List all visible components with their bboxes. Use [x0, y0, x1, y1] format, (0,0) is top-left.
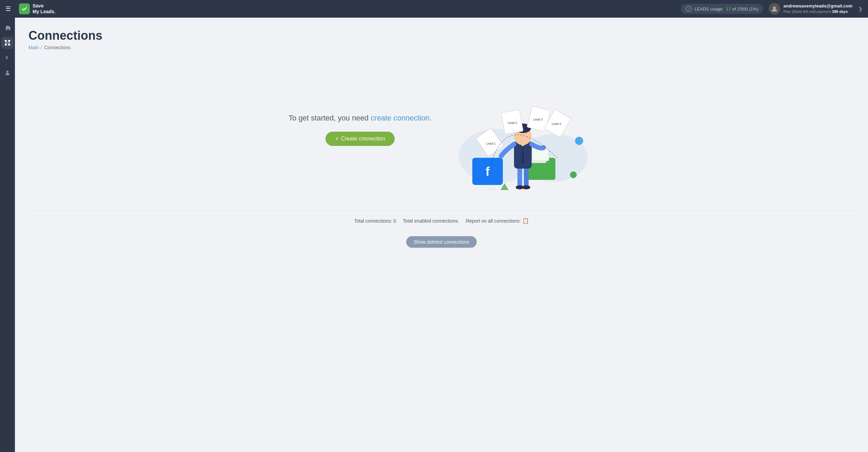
topbar: ☰ Save My Leads. i LEADS usage: 17 of 2'…	[0, 0, 868, 18]
create-btn-icon: +	[335, 136, 338, 142]
leads-total: 2'000	[737, 6, 748, 12]
leads-stats: 17 of 2'000 (1%)	[726, 6, 758, 12]
user-info[interactable]: andrewsavemyleads@gmail.com Plan |Start|…	[769, 3, 863, 15]
sidebar-item-billing[interactable]: $	[1, 52, 14, 64]
page-title: Connections	[28, 29, 854, 43]
create-connection-button[interactable]: + Create connection	[326, 132, 394, 146]
svg-point-39	[575, 137, 583, 145]
create-btn-label: Create connection	[341, 136, 385, 142]
info-icon: i	[686, 6, 692, 12]
leads-usage: i LEADS usage: 17 of 2'000 (1%)	[681, 4, 763, 14]
leads-current: 17	[726, 6, 731, 12]
leads-label: LEADS usage:	[694, 6, 723, 12]
svg-text:f: f	[486, 165, 490, 178]
logo-icon	[19, 3, 30, 14]
svg-rect-4	[5, 44, 7, 46]
svg-point-42	[486, 187, 498, 190]
report-icon[interactable]: 📋	[522, 218, 529, 224]
svg-text:$: $	[5, 55, 8, 60]
breadcrumb-current: Connections	[44, 45, 71, 50]
avatar	[769, 3, 780, 15]
sidebar-item-home[interactable]	[1, 22, 14, 34]
report-label: Report on all connections:	[466, 218, 521, 224]
svg-rect-22	[524, 168, 529, 187]
hero-illustration: f	[452, 68, 594, 190]
sidebar: $	[0, 18, 15, 452]
svg-rect-5	[8, 44, 10, 46]
svg-point-12	[6, 71, 8, 73]
sidebar-item-connections[interactable]	[1, 37, 14, 49]
hero-text: To get started, you need create connecti…	[289, 112, 432, 146]
svg-text:Lead 3: Lead 3	[533, 118, 543, 121]
total-connections-label: Total connections:	[354, 218, 392, 224]
user-plan: Plan |Start| left until payment 388 days	[784, 9, 852, 14]
menu-icon[interactable]: ☰	[5, 5, 11, 13]
hero-section: To get started, you need create connecti…	[28, 61, 854, 204]
total-connections-stat: Total connections: 0	[354, 218, 396, 224]
show-deleted-container: Show deleted connections	[28, 236, 854, 248]
user-email: andrewsavemyleads@gmail.com	[784, 3, 852, 9]
sidebar-item-profile[interactable]	[1, 67, 14, 79]
hero-description: To get started, you need create connecti…	[289, 112, 432, 124]
leads-pct: (1%)	[749, 6, 758, 12]
breadcrumb: Main / Connections	[28, 45, 854, 50]
svg-rect-21	[517, 168, 522, 187]
user-days: 388 days	[832, 10, 848, 14]
svg-text:Lead 1: Lead 1	[486, 142, 496, 145]
chevron-down-icon: ❯	[859, 6, 863, 12]
svg-rect-3	[8, 40, 10, 42]
total-enabled-label: Total enabled connections:	[403, 218, 459, 224]
show-deleted-button[interactable]: Show deleted connections	[406, 236, 476, 248]
svg-point-40	[570, 171, 577, 178]
create-connection-link[interactable]: create connection	[371, 114, 430, 122]
total-enabled-stat: Total enabled connections:	[403, 218, 459, 224]
breadcrumb-separator: /	[41, 45, 42, 50]
svg-point-24	[522, 185, 530, 189]
svg-rect-2	[5, 40, 7, 42]
breadcrumb-main[interactable]: Main	[28, 45, 39, 50]
total-connections-value: 0	[393, 218, 396, 224]
report-stat: Report on all connections: 📋	[466, 218, 529, 224]
stats-bar: Total connections: 0 Total enabled conne…	[28, 210, 854, 231]
logo: Save My Leads.	[19, 3, 56, 15]
svg-text:Lead 4: Lead 4	[552, 122, 561, 126]
content-area: Connections Main / Connections To get st…	[15, 18, 868, 452]
svg-point-1	[773, 6, 776, 9]
logo-text: Save My Leads.	[33, 3, 56, 15]
svg-text:Lead 2: Lead 2	[508, 121, 517, 125]
